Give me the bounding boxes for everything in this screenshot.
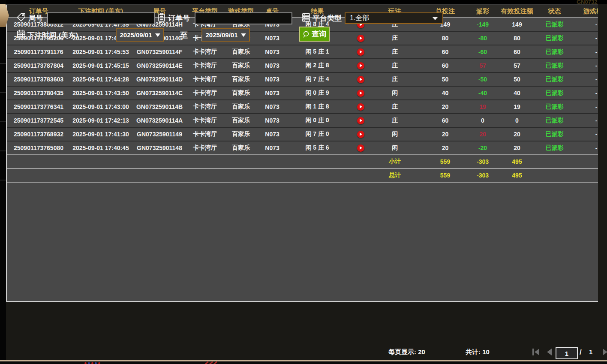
play-video-icon[interactable]	[357, 144, 364, 152]
cell-table_no: N073	[260, 141, 285, 154]
next-page-button[interactable]	[603, 349, 607, 355]
query-button[interactable]: 查询	[299, 27, 330, 42]
cell-game_no: GN07325901148	[131, 141, 188, 154]
table-row: 2509011737804352025-09-01 17:43:50GN0732…	[7, 87, 598, 100]
cell-valid_bet: 80	[493, 32, 541, 45]
cell-mode: -	[568, 18, 598, 31]
tag-icon	[16, 12, 26, 22]
cell-status: 已派彩	[541, 59, 568, 72]
table-row: 2509011737836032025-09-01 17:44:28GN0732…	[7, 73, 598, 87]
cell-play: 闲	[371, 141, 418, 154]
empty-cell	[350, 169, 371, 182]
platform-type-select[interactable]: 1.全部	[345, 12, 443, 24]
total-pages: 1	[589, 348, 592, 355]
game-no-input[interactable]	[47, 12, 155, 24]
column-header: 有效投注额	[493, 5, 541, 17]
chevron-down-icon	[241, 33, 246, 37]
cell-result: 闲 5 庄 1	[285, 45, 350, 58]
empty-cell	[188, 169, 222, 182]
cell-game_no: GN0732590114B	[131, 100, 188, 113]
cell-play: 庄	[371, 45, 418, 58]
empty-cell	[222, 155, 260, 168]
cell-platform: 卡卡湾厅	[188, 45, 222, 58]
cell-time: 2025-09-01 17:45:15	[70, 59, 131, 72]
date-to-picker[interactable]: 2025/09/01	[201, 28, 250, 42]
play-video-icon[interactable]	[357, 35, 364, 42]
cell-total_bet: 60	[418, 59, 472, 72]
page-number-input[interactable]	[556, 347, 578, 359]
cell-table_no: N073	[260, 45, 285, 58]
play-video-icon[interactable]	[357, 117, 364, 124]
cell-table_no: N073	[260, 32, 285, 45]
table-body: 2509011738003122025-09-01 17:47:39GN0732…	[7, 18, 598, 183]
cell-order_no: 250901173780435	[7, 87, 70, 99]
page-separator: /	[580, 348, 582, 357]
cell-total_bet: 60	[418, 114, 472, 127]
order-no-input[interactable]	[195, 12, 292, 24]
cell-valid_bet: 149	[493, 18, 541, 31]
play-video-icon[interactable]	[357, 131, 364, 138]
cell-valid_bet: 60	[493, 45, 541, 58]
date-to-label: 至	[180, 30, 188, 40]
first-page-button[interactable]	[532, 349, 539, 355]
date-from-picker[interactable]: 2025/09/01	[116, 28, 164, 42]
cell-valid_bet: 50	[493, 73, 541, 86]
cell-payout: -20	[472, 141, 493, 154]
cell-result: 闲 5 庄 6	[285, 141, 350, 154]
grand-total-valid-bet: 495	[493, 169, 541, 182]
cell-platform: 卡卡湾厅	[188, 87, 222, 99]
chevron-down-icon	[432, 17, 438, 20]
cell-mode: -	[568, 32, 598, 45]
result-video-cell	[350, 45, 371, 58]
cell-result: 闲 0 庄 9	[285, 87, 350, 99]
cell-result: 闲 7 庄 0	[285, 128, 350, 141]
play-video-icon[interactable]	[357, 62, 364, 69]
cell-time: 2025-09-01 17:44:28	[70, 73, 131, 86]
platform-type-label: 平台类型	[313, 13, 342, 23]
empty-cell	[7, 169, 70, 182]
cell-order_no: 250901173772545	[7, 114, 70, 127]
cell-payout: 57	[472, 59, 493, 72]
empty-cell	[188, 155, 222, 168]
cell-mode: -	[568, 128, 598, 141]
prev-page-button[interactable]	[547, 349, 552, 355]
cell-play: 庄	[371, 32, 418, 45]
cell-platform: 卡卡湾厅	[188, 128, 222, 141]
cell-game_type: 百家乐	[222, 73, 260, 86]
cell-order_no: 250901173783603	[7, 73, 70, 86]
play-video-icon[interactable]	[357, 90, 364, 97]
grand-total-row: 总计559-303495	[7, 169, 598, 183]
cell-payout: 0	[472, 114, 493, 127]
cell-mode: -	[568, 141, 598, 154]
empty-cell	[285, 155, 350, 168]
cell-time: 2025-09-01 17:43:00	[70, 100, 131, 113]
play-video-icon[interactable]	[357, 103, 364, 111]
cell-game_type: 百家乐	[222, 114, 260, 127]
first-page-icon	[535, 349, 539, 355]
table-row: 2509011737763412025-09-01 17:43:00GN0732…	[7, 100, 598, 114]
cell-game_no: GN07325901149	[131, 128, 188, 141]
cell-result: 闲 7 庄 4	[285, 73, 350, 86]
cell-platform: 卡卡湾厅	[188, 141, 222, 154]
cell-result: 闲 1 庄 8	[285, 100, 350, 113]
play-video-icon[interactable]	[357, 76, 364, 83]
date-from-value: 2025/09/01	[120, 31, 152, 39]
empty-cell	[131, 155, 188, 168]
cell-valid_bet: 19	[493, 100, 541, 113]
cell-status: 已派彩	[541, 114, 568, 127]
empty-cell	[568, 169, 598, 182]
cell-platform: 卡卡湾厅	[188, 114, 222, 127]
cell-game_no: GN0732590114F	[131, 45, 188, 58]
play-video-icon[interactable]	[357, 48, 364, 56]
left-background-strip	[0, 0, 6, 364]
table-row: 2509011737650802025-09-01 17:40:45GN0732…	[7, 141, 598, 155]
table-row: 2509011737725452025-09-01 17:42:13GN0732…	[7, 114, 598, 128]
cell-table_no: N073	[260, 73, 285, 86]
empty-cell	[350, 155, 371, 168]
cell-table_no: N073	[260, 128, 285, 141]
cell-total_bet: 20	[418, 128, 472, 141]
cell-order_no: 250901173791176	[7, 45, 70, 58]
empty-cell	[541, 169, 568, 182]
cell-status: 已派彩	[541, 100, 568, 113]
cell-status: 已派彩	[541, 73, 568, 86]
